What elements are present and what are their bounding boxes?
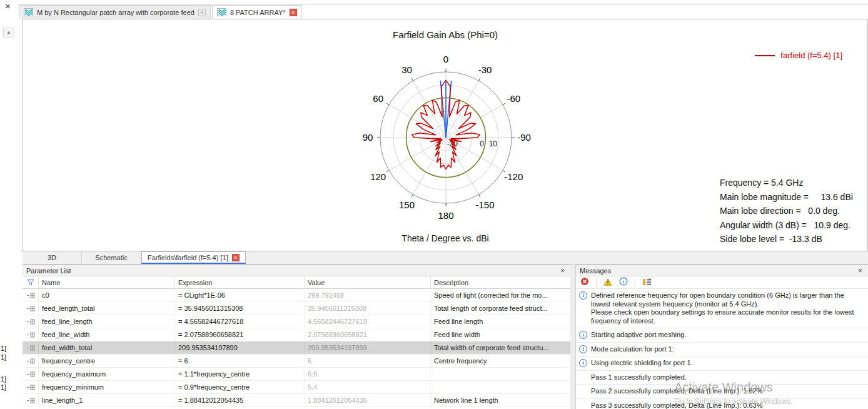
message-item[interactable]: Pass 2 successfully completed, Delta (Li… bbox=[576, 385, 868, 399]
message-item[interactable]: Pass 3 successfully completed, Delta (Li… bbox=[576, 399, 868, 409]
plot-legend: farfield (f=5.4) [1] bbox=[755, 51, 842, 60]
info-filter-icon[interactable]: i bbox=[619, 277, 628, 288]
parameter-description-cell: Total length of corporate feed struct... bbox=[431, 302, 570, 315]
clipped-text-fragment: 1] bbox=[1, 353, 6, 361]
parameter-row[interactable]: frequency_centre= 66Centre frequency bbox=[23, 355, 570, 368]
clipped-text-fragment: 1] bbox=[1, 375, 6, 383]
warnings-filter-icon[interactable] bbox=[603, 277, 612, 288]
document-tab[interactable]: 8 PATCH ARRAY*× bbox=[212, 5, 302, 19]
left-dock-strip: × ▲ 1]1]1]1] bbox=[0, 0, 18, 409]
parameter-expression-cell: 209.953534197899 bbox=[175, 341, 305, 354]
svg-text:-30: -30 bbox=[478, 64, 492, 75]
parameter-expression-cell: = 0.9*frequency_centre bbox=[175, 381, 305, 393]
stat-line: Main lobe magnitude = 13.6 dBi bbox=[720, 190, 853, 204]
parameter-type-icon bbox=[23, 341, 39, 354]
clear-messages-icon[interactable] bbox=[580, 277, 589, 288]
message-text: Mode calculation for port 1: bbox=[591, 345, 674, 354]
info-icon: i bbox=[579, 359, 587, 367]
svg-text:150: 150 bbox=[399, 199, 415, 210]
close-icon[interactable]: × bbox=[5, 1, 11, 11]
parameter-row[interactable]: feed_width_total209.953534197899209.9535… bbox=[23, 341, 570, 355]
view-tab-label: 3D bbox=[48, 254, 56, 261]
parameter-description-cell bbox=[431, 381, 570, 393]
parameter-name-cell: feed_line_width bbox=[39, 328, 175, 341]
message-item[interactable]: Pass 1 successfully completed. bbox=[576, 371, 868, 385]
column-header-value[interactable]: Value bbox=[305, 276, 431, 288]
legend-label: farfield (f=5.4) [1] bbox=[780, 51, 842, 60]
parameter-row[interactable]: frequency_minimum= 0.9*frequency_centre5… bbox=[23, 381, 570, 394]
message-item[interactable]: iDefined reference frequency for open bo… bbox=[576, 289, 868, 328]
parameter-description-cell: Centre frequency bbox=[431, 355, 570, 367]
parameter-type-icon bbox=[23, 302, 39, 315]
parameter-type-icon bbox=[23, 381, 39, 393]
panel-splitter[interactable] bbox=[570, 265, 575, 409]
parameter-value-cell: 2.07588960658821 bbox=[305, 328, 431, 341]
message-item[interactable]: iStarting adaptive port meshing. bbox=[576, 328, 868, 343]
parameter-expression-cell: = CLight*1E-06 bbox=[175, 289, 305, 301]
messages-header: Messages × bbox=[576, 265, 868, 276]
parameter-list-header: Parameter List × bbox=[23, 265, 570, 276]
stat-line: Main lobe direction = 0.0 deg. bbox=[720, 204, 853, 218]
message-item[interactable]: iUsing electric shielding for port 1. bbox=[576, 356, 868, 371]
parameter-expression-cell: = 1.88412012054435 bbox=[175, 394, 305, 406]
parameter-name-cell: c0 bbox=[39, 289, 175, 301]
parameter-name-cell: line_length_1 bbox=[39, 394, 175, 406]
view-tab[interactable]: Farfields\farfield (f=5.4) [1]× bbox=[141, 251, 246, 264]
parameter-type-icon bbox=[23, 328, 39, 341]
filter-icon[interactable] bbox=[23, 276, 39, 288]
message-text: Defined reference frequency for open bou… bbox=[591, 291, 854, 325]
view-tab[interactable]: 3D bbox=[23, 251, 82, 264]
view-tab-label: Farfields\farfield (f=5.4) [1] bbox=[148, 254, 228, 261]
parameter-expression-cell: = 4.56582446727618 bbox=[175, 315, 305, 328]
messages-toolbar: i bbox=[576, 276, 868, 289]
column-header-name[interactable]: Name bbox=[39, 276, 175, 288]
document-tab[interactable]: M by N Rectangular patch array with corp… bbox=[19, 5, 211, 19]
svg-text:-150: -150 bbox=[475, 199, 494, 210]
view-tab-label: Schematic bbox=[95, 254, 127, 261]
parameter-row[interactable]: c0= CLight*1E-06299.792458Speed of light… bbox=[23, 289, 570, 302]
parameter-value-cell: 209.953534197899 bbox=[305, 341, 431, 354]
clipped-text-fragment: 1] bbox=[1, 345, 6, 352]
svg-text:-90: -90 bbox=[517, 132, 531, 143]
parameter-description-cell bbox=[431, 368, 570, 380]
close-icon[interactable]: × bbox=[198, 9, 206, 16]
close-icon[interactable]: × bbox=[290, 9, 297, 16]
message-options-icon[interactable] bbox=[642, 277, 652, 288]
parameter-value-cell: 35.9456011315308 bbox=[305, 302, 431, 315]
info-icon: i bbox=[579, 291, 587, 300]
plot-panel: Farfield Gain Abs (Phi=0) 03060901201501… bbox=[23, 19, 868, 251]
parameter-description-cell: Total width of corporate feed structu... bbox=[431, 341, 570, 354]
info-icon: i bbox=[579, 331, 587, 339]
parameter-row[interactable]: feed_line_length= 4.565824467276184.5658… bbox=[23, 315, 570, 328]
close-icon[interactable]: × bbox=[856, 266, 864, 275]
parameter-row[interactable]: feed_length_total= 35.945601131530835.94… bbox=[23, 302, 570, 315]
column-header-expression[interactable]: Expression bbox=[175, 276, 305, 288]
message-text: Using electric shielding for port 1. bbox=[591, 359, 693, 368]
parameter-row[interactable]: line_length_1= 1.884120120544351.8841201… bbox=[23, 394, 570, 407]
parameter-description-cell: Feed line length bbox=[431, 315, 570, 328]
close-icon[interactable]: × bbox=[558, 266, 567, 275]
svg-text:30: 30 bbox=[401, 64, 412, 75]
message-text: Pass 3 successfully completed, Delta (Li… bbox=[591, 401, 763, 409]
message-text: Pass 1 successfully completed. bbox=[591, 373, 687, 382]
scroll-up-arrow-icon[interactable]: ▲ bbox=[3, 28, 14, 38]
parameter-value-cell: 5.4 bbox=[305, 381, 431, 393]
plot-axis-label: Theta / Degree vs. dBi bbox=[23, 233, 867, 243]
view-tab[interactable]: Schematic bbox=[82, 251, 141, 264]
svg-text:180: 180 bbox=[438, 210, 453, 221]
parameter-type-icon bbox=[23, 394, 39, 406]
parameter-value-cell: 4.56582446727618 bbox=[305, 315, 431, 328]
parameter-description-cell: Speed of light (corrected for the mo... bbox=[431, 289, 570, 301]
parameter-expression-cell: = 6 bbox=[175, 355, 305, 367]
parameter-row[interactable]: feed_line_width= 2.075889606588212.07588… bbox=[23, 328, 570, 341]
column-header-description[interactable]: Description bbox=[431, 276, 570, 288]
parameter-row[interactable]: frequency_maximum= 1.1*frequency_centre6… bbox=[23, 368, 570, 381]
toolbar-separator bbox=[596, 278, 597, 286]
parameter-name-cell: frequency_minimum bbox=[39, 381, 175, 393]
message-item[interactable]: iMode calculation for port 1: bbox=[576, 343, 868, 357]
svg-text:120: 120 bbox=[370, 171, 386, 182]
parameter-expression-cell: = 35.9456011315308 bbox=[175, 302, 305, 315]
parameter-name-cell: frequency_centre bbox=[39, 355, 175, 367]
clipped-text-fragment: 1] bbox=[1, 383, 6, 391]
close-icon[interactable]: × bbox=[232, 254, 240, 261]
